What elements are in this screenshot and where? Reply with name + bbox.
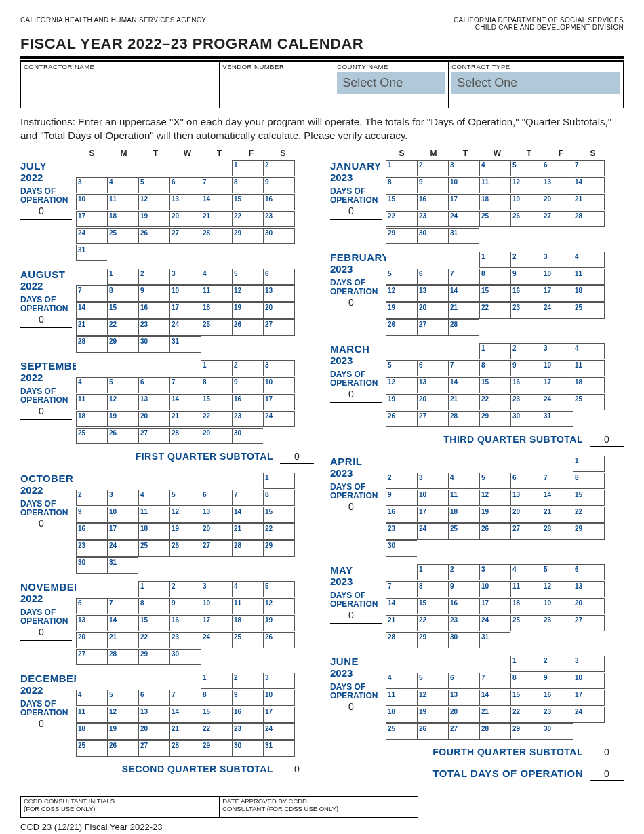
day-cell[interactable]: 10 — [542, 269, 573, 285]
day-cell[interactable]: 28 — [448, 411, 480, 427]
day-cell[interactable]: 14 — [542, 490, 573, 506]
day-cell[interactable]: 7 — [386, 581, 418, 597]
day-cell[interactable]: 18 — [138, 523, 170, 540]
day-cell[interactable]: 3 — [76, 177, 108, 193]
day-cell[interactable]: 12 — [263, 598, 295, 614]
day-cell[interactable]: 4 — [386, 673, 418, 689]
day-cell[interactable]: 9 — [263, 177, 295, 193]
day-cell[interactable]: 6 — [573, 564, 605, 580]
day-cell[interactable]: 8 — [263, 490, 295, 506]
day-cell[interactable]: 20 — [417, 394, 449, 410]
day-cell[interactable]: 14 — [232, 507, 264, 523]
day-cell[interactable]: 6 — [138, 377, 170, 393]
day-cell[interactable]: 2 — [232, 673, 264, 689]
day-cell[interactable]: 30 — [510, 411, 542, 427]
day-cell[interactable]: 13 — [542, 177, 573, 193]
day-cell[interactable]: 6 — [263, 269, 295, 285]
day-cell[interactable]: 21 — [76, 319, 108, 336]
day-cell[interactable]: 12 — [107, 707, 139, 723]
day-cell[interactable]: 3 — [479, 564, 511, 580]
day-cell[interactable]: 18 — [232, 615, 264, 631]
day-cell[interactable]: 7 — [169, 377, 201, 393]
day-cell[interactable]: 17 — [263, 707, 295, 723]
day-cell[interactable]: 20 — [138, 411, 170, 427]
day-cell[interactable]: 9 — [510, 360, 542, 376]
day-cell[interactable]: 23 — [386, 523, 418, 540]
day-cell[interactable]: 11 — [448, 490, 480, 506]
day-cell[interactable]: 18 — [386, 707, 418, 723]
day-cell[interactable]: 1 — [417, 564, 449, 580]
day-cell[interactable]: 26 — [479, 523, 511, 540]
day-cell[interactable]: 20 — [510, 507, 542, 523]
day-cell[interactable]: 4 — [448, 473, 480, 489]
day-cell[interactable]: 22 — [107, 319, 139, 336]
day-cell[interactable]: 5 — [263, 581, 295, 597]
day-cell[interactable]: 30 — [169, 649, 201, 665]
day-cell[interactable]: 29 — [510, 723, 542, 740]
day-cell[interactable]: 13 — [417, 285, 449, 302]
day-cell[interactable]: 15 — [201, 707, 233, 723]
day-cell[interactable]: 8 — [510, 673, 542, 689]
day-cell[interactable]: 29 — [417, 632, 449, 648]
day-cell[interactable]: 29 — [138, 649, 170, 665]
contractor-name-field[interactable]: CONTRACTOR NAME — [21, 62, 220, 108]
day-cell[interactable]: 25 — [201, 319, 233, 336]
day-cell[interactable]: 16 — [448, 598, 480, 614]
day-cell[interactable]: 7 — [542, 473, 573, 489]
day-cell[interactable]: 15 — [107, 302, 139, 319]
day-cell[interactable]: 17 — [542, 285, 573, 302]
day-cell[interactable]: 20 — [573, 598, 605, 614]
day-cell[interactable]: 6 — [201, 490, 233, 506]
day-cell[interactable]: 24 — [107, 540, 139, 557]
day-cell[interactable]: 28 — [573, 211, 605, 227]
day-cell[interactable]: 18 — [448, 507, 480, 523]
contract-type-field[interactable]: CONTRACT TYPE Select One — [449, 62, 623, 108]
day-cell[interactable]: 21 — [448, 394, 480, 410]
day-cell[interactable]: 1 — [107, 269, 139, 285]
day-cell[interactable]: 10 — [263, 377, 295, 393]
day-cell[interactable]: 22 — [510, 707, 542, 723]
day-cell[interactable]: 11 — [573, 360, 605, 376]
day-cell[interactable]: 19 — [232, 302, 264, 319]
day-cell[interactable]: 3 — [201, 581, 233, 597]
day-cell[interactable]: 24 — [263, 723, 295, 740]
day-cell[interactable]: 17 — [107, 523, 139, 540]
day-cell[interactable]: 8 — [201, 690, 233, 706]
day-cell[interactable]: 13 — [138, 707, 170, 723]
day-cell[interactable]: 13 — [169, 194, 201, 210]
day-cell[interactable]: 10 — [169, 285, 201, 302]
day-cell[interactable]: 29 — [201, 740, 233, 757]
day-cell[interactable]: 23 — [417, 211, 449, 227]
day-cell[interactable]: 22 — [263, 523, 295, 540]
day-cell[interactable]: 21 — [232, 523, 264, 540]
day-cell[interactable]: 9 — [138, 285, 170, 302]
day-cell[interactable]: 1 — [263, 473, 295, 489]
day-cell[interactable]: 9 — [169, 598, 201, 614]
day-cell[interactable]: 12 — [542, 581, 573, 597]
day-cell[interactable]: 15 — [232, 194, 264, 210]
day-cell[interactable]: 21 — [169, 723, 201, 740]
day-cell[interactable]: 6 — [510, 473, 542, 489]
day-cell[interactable]: 12 — [169, 507, 201, 523]
day-cell[interactable]: 17 — [448, 194, 480, 210]
day-cell[interactable]: 25 — [386, 723, 418, 740]
day-cell[interactable]: 23 — [138, 319, 170, 336]
day-cell[interactable]: 4 — [76, 377, 108, 393]
day-cell[interactable]: 14 — [573, 177, 605, 193]
day-cell[interactable]: 10 — [573, 673, 605, 689]
day-cell[interactable]: 22 — [479, 394, 511, 410]
day-cell[interactable]: 3 — [573, 656, 605, 672]
day-cell[interactable]: 31 — [542, 411, 573, 427]
day-cell[interactable]: 5 — [138, 177, 170, 193]
day-cell[interactable]: 27 — [510, 523, 542, 540]
day-cell[interactable]: 5 — [107, 690, 139, 706]
day-cell[interactable]: 14 — [201, 194, 233, 210]
day-cell[interactable]: 17 — [263, 394, 295, 410]
day-cell[interactable]: 28 — [479, 723, 511, 740]
day-cell[interactable]: 28 — [232, 540, 264, 557]
county-name-field[interactable]: COUNTY NAME Select One — [334, 62, 449, 108]
day-cell[interactable]: 20 — [542, 194, 573, 210]
day-cell[interactable]: 21 — [448, 302, 480, 319]
day-cell[interactable]: 4 — [479, 160, 511, 176]
day-cell[interactable]: 14 — [386, 598, 418, 614]
